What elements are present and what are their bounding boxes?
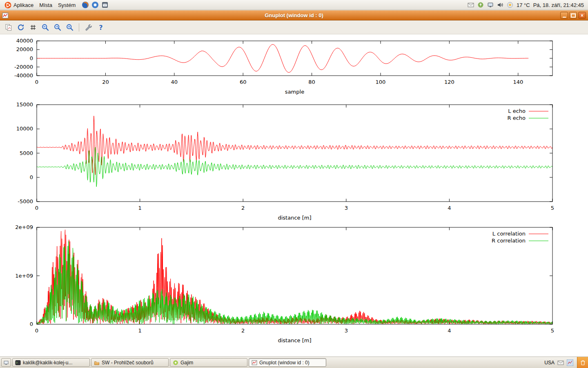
task-button-terminal[interactable]: kaklik@kaklik-kolej-u... xyxy=(12,358,90,367)
temperature-indicator[interactable]: 17 °C xyxy=(517,2,530,8)
toolbar: ? xyxy=(0,20,588,34)
close-icon: × xyxy=(581,13,584,18)
svg-text:4: 4 xyxy=(448,328,451,334)
file-manager-icon xyxy=(94,360,100,366)
chart-echo[interactable]: 012345-5000050001000015000L echoR echodi… xyxy=(0,101,588,224)
grid-button[interactable] xyxy=(27,22,38,33)
settings-wrench-icon xyxy=(85,23,93,31)
menu-system[interactable]: Systém xyxy=(55,1,78,9)
panel-launchers xyxy=(82,1,109,9)
weather-icon[interactable] xyxy=(507,2,513,8)
svg-text:R correlation: R correlation xyxy=(492,238,526,244)
svg-text:distance [m]: distance [m] xyxy=(278,337,311,343)
copy-button[interactable] xyxy=(3,22,14,33)
maximize-icon xyxy=(571,13,576,18)
task-button-gnuplot[interactable]: Gnuplot (window id : 0) xyxy=(249,358,326,367)
panel-status-area: 17 °C Pá, 18. září, 21:42:45 xyxy=(468,2,586,8)
menu-places[interactable]: Místa xyxy=(36,1,55,9)
svg-text:-40000: -40000 xyxy=(14,72,33,79)
menu-applications-label: Aplikace xyxy=(13,2,33,8)
svg-text:0: 0 xyxy=(35,79,38,85)
svg-text:5000: 5000 xyxy=(20,150,33,156)
svg-text:5: 5 xyxy=(551,328,554,334)
close-button[interactable]: × xyxy=(578,12,586,19)
update-notifier-icon[interactable] xyxy=(477,2,484,8)
chart-correlation[interactable]: 01234501e+092e+09L correlationR correlat… xyxy=(0,224,588,350)
help-browser-icon[interactable] xyxy=(91,1,99,9)
svg-text:15000: 15000 xyxy=(16,101,33,108)
mail-icon[interactable] xyxy=(468,2,474,8)
svg-text:1: 1 xyxy=(138,328,141,334)
svg-text:60: 60 xyxy=(240,79,247,85)
svg-text:?: ? xyxy=(99,23,102,31)
svg-text:L echo: L echo xyxy=(508,108,526,114)
svg-text:2: 2 xyxy=(241,328,245,334)
svg-text:0: 0 xyxy=(35,328,38,334)
svg-text:20: 20 xyxy=(102,79,109,85)
copy-icon xyxy=(4,23,13,31)
help-icon: ? xyxy=(97,23,105,31)
svg-text:5: 5 xyxy=(551,205,554,211)
svg-text:2: 2 xyxy=(241,205,245,211)
svg-text:40000: 40000 xyxy=(16,38,33,44)
clock[interactable]: Pá, 18. září, 21:42:45 xyxy=(533,2,584,8)
toolbar-separator xyxy=(79,23,79,31)
mail-icon[interactable] xyxy=(557,359,564,366)
refresh-icon xyxy=(17,23,25,31)
trash-button[interactable] xyxy=(577,357,588,368)
show-desktop-icon xyxy=(4,360,9,365)
trash-icon xyxy=(580,359,586,366)
refresh-button[interactable] xyxy=(15,22,26,33)
display-icon[interactable] xyxy=(487,2,494,8)
task-label: kaklik@kaklik-kolej-u... xyxy=(23,360,73,366)
terminal-icon xyxy=(15,360,21,366)
zoom-autoscale-icon xyxy=(66,23,74,31)
zoom-autoscale-button[interactable] xyxy=(64,22,75,33)
svg-text:140: 140 xyxy=(513,79,523,85)
keyboard-layout-indicator[interactable]: USA xyxy=(544,360,555,366)
top-panel: Aplikace Místa Systém xyxy=(0,0,588,10)
show-desktop-button[interactable] xyxy=(1,358,11,367)
gnuplot-chart-icon[interactable] xyxy=(567,359,573,366)
svg-text:0: 0 xyxy=(35,205,38,211)
titlebar[interactable]: Gnuplot (window id : 0) × xyxy=(0,10,588,20)
minimize-button[interactable] xyxy=(560,12,568,19)
help-button[interactable]: ? xyxy=(95,22,106,33)
svg-text:4: 4 xyxy=(448,205,451,211)
zoom-previous-button[interactable] xyxy=(40,22,51,33)
grid-icon xyxy=(29,23,37,31)
svg-text:100: 100 xyxy=(376,79,386,85)
ubuntu-logo-icon xyxy=(4,2,11,9)
svg-text:1: 1 xyxy=(138,205,141,211)
task-button-gajim[interactable]: Gajim xyxy=(170,358,247,367)
svg-text:0: 0 xyxy=(30,321,33,327)
taskbar-status-area: USA xyxy=(544,357,588,368)
svg-text:3: 3 xyxy=(345,328,348,334)
svg-text:-5000: -5000 xyxy=(18,198,33,204)
zoom-next-button[interactable] xyxy=(52,22,63,33)
volume-icon[interactable] xyxy=(497,2,503,8)
task-button-file-manager[interactable]: SW - Prohlížeč souborů xyxy=(91,358,169,367)
zoom-next-icon xyxy=(53,23,62,31)
svg-text:80: 80 xyxy=(308,79,315,85)
firefox-icon[interactable] xyxy=(82,1,89,9)
window-controls: × xyxy=(560,12,586,19)
svg-text:L correlation: L correlation xyxy=(492,231,526,237)
chart-sample-waveform[interactable]: 020406080100120140-40000-200000200004000… xyxy=(0,37,588,101)
menu-applications[interactable]: Aplikace xyxy=(2,1,36,9)
svg-text:0: 0 xyxy=(30,55,33,61)
menu-places-label: Místa xyxy=(39,2,52,8)
task-label: SW - Prohlížeč souborů xyxy=(102,360,154,366)
desktop: Aplikace Místa Systém xyxy=(0,0,588,368)
menu-system-label: Systém xyxy=(58,2,76,8)
task-label: Gajim xyxy=(180,360,193,366)
window-title: Gnuplot (window id : 0) xyxy=(0,12,588,18)
maximize-button[interactable] xyxy=(569,12,577,19)
zoom-previous-icon xyxy=(41,23,49,31)
svg-text:40: 40 xyxy=(171,79,178,85)
svg-text:distance [m]: distance [m] xyxy=(278,215,311,221)
svg-text:2e+09: 2e+09 xyxy=(15,224,33,230)
mail-client-icon[interactable] xyxy=(101,1,109,9)
svg-text:3: 3 xyxy=(345,205,348,211)
settings-button[interactable] xyxy=(83,22,94,33)
